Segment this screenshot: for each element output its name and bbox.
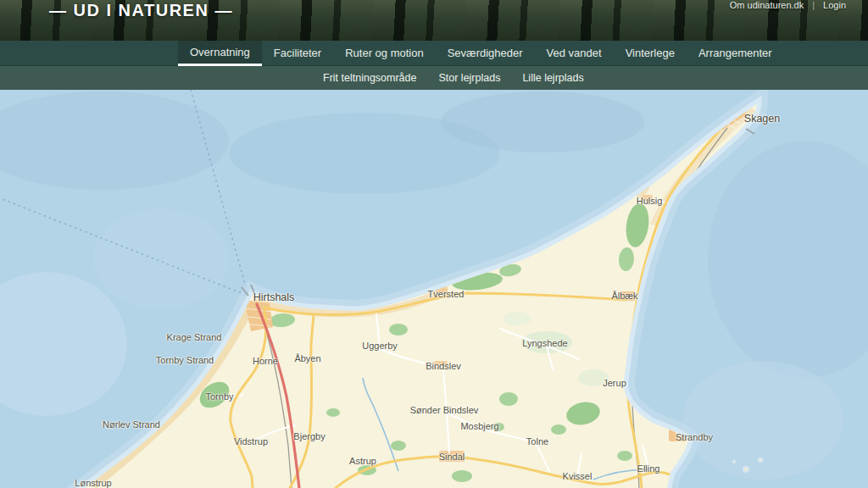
tab-overnatning[interactable]: Overnatning [178,41,262,66]
map-svg [0,90,868,488]
map[interactable]: SkagenHulsigHirtshalsTverstedÅlbækKrage … [0,90,868,488]
tab-arrangementer[interactable]: Arrangementer [687,41,784,66]
site-logo[interactable]: — UD I NATUREN — [49,1,233,20]
sub-nav: Frit teltningsområde Stor lejrplads Lill… [0,66,868,90]
tab-ruter-og-motion[interactable]: Ruter og motion [333,41,436,66]
tab-vinterlege[interactable]: Vinterlege [614,41,687,66]
tab-ved-vandet[interactable]: Ved vandet [535,41,614,66]
subnav-stor-lejrplads[interactable]: Stor lejrplads [427,66,511,90]
header-link-separator: | [812,0,815,10]
page: — UD I NATUREN — Om udinaturen.dk | Logi… [0,0,868,488]
site-header: — UD I NATUREN — Om udinaturen.dk | Logi… [0,0,868,41]
tab-sevaerdigheder[interactable]: Seværdigheder [436,41,535,66]
tab-faciliteter[interactable]: Faciliteter [262,41,333,66]
header-top-links: Om udinaturen.dk | Login [730,0,846,10]
subnav-frit-teltningsomraade[interactable]: Frit teltningsområde [312,66,427,90]
main-nav: Overnatning Faciliteter Ruter og motion … [0,41,868,66]
link-om-udinaturen[interactable]: Om udinaturen.dk [730,0,804,10]
link-login[interactable]: Login [823,0,846,10]
subnav-lille-lejrplads[interactable]: Lille lejrplads [511,66,594,90]
